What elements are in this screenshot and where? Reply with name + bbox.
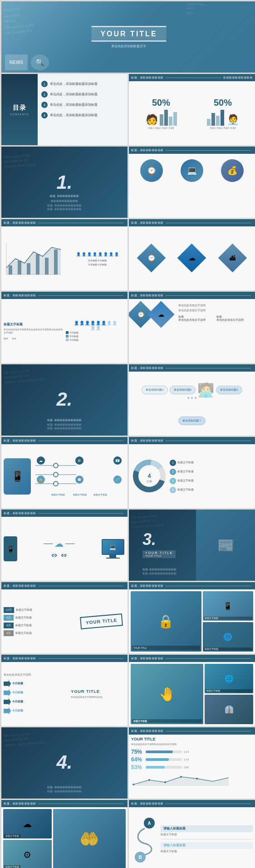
slide-15[interactable]: The mystery killerthat could hit SAAnoth… bbox=[129, 510, 255, 581]
slides-row-9: 标题，标标标标标标标标 12月 标题文字标题 6月 标题文字标题 bbox=[1, 582, 254, 653]
slide-10[interactable]: The mystery killerthat could hit SAAnoth… bbox=[1, 364, 128, 436]
timeline-item-4: 标题文字标题 bbox=[15, 632, 32, 635]
slide-4-desc2: 标标标标标标标标标标 bbox=[19, 199, 110, 203]
month-2: 6月 bbox=[4, 615, 14, 621]
svg-rect-8 bbox=[54, 250, 58, 275]
slide-12-l2: 标题文字标题 bbox=[73, 493, 87, 496]
slide-2-catalog-title: 目录 bbox=[13, 104, 26, 112]
slide-14-header: 标题，标标标标标标标标 bbox=[4, 512, 36, 515]
slide-21-header: 标题，标标标标标标标标 bbox=[131, 730, 164, 733]
slide-19-l1: 标题文字标题 bbox=[132, 719, 202, 723]
slide-18-title: YOUR TITLE bbox=[71, 689, 125, 694]
slide-16[interactable]: 标题，标标标标标标标标 12月 标题文字标题 6月 标题文字标题 bbox=[1, 582, 128, 653]
slide-17-title: YOUR TITLE bbox=[133, 647, 199, 649]
slide-6-header: 标题，标标标标标标标标 bbox=[4, 221, 36, 225]
node-1: 单击添加问题1 bbox=[142, 386, 167, 394]
slide-13-header: 标题，标标标标标标标标 bbox=[131, 439, 164, 442]
slides-container: Third manwas a girlNEWSThe mystery kille… bbox=[0, 0, 255, 868]
slide-18[interactable]: 标题，标标标标标标标标 单击此处添加文字说明 今日标题 今日标题 bbox=[1, 655, 128, 726]
node-4: 单击添加问题？ bbox=[178, 417, 206, 425]
title-b: 请输入标题标题 bbox=[161, 842, 253, 849]
stat-2: 64% bbox=[131, 756, 144, 763]
node-2: 单击添加问题2 bbox=[170, 386, 196, 394]
timeline-item-3: 标题文字标题 bbox=[15, 624, 32, 627]
slide-6[interactable]: 标题，标标标标标标标标 bbox=[1, 219, 128, 290]
slide-23[interactable]: 标题，标标标标标标标标 A B bbox=[129, 800, 255, 868]
slide-4-bullet1: 标题: 标标标标标标标标标标 bbox=[19, 204, 110, 207]
menu-item-1: 单击此处，添加标题标题添加标题 bbox=[50, 82, 98, 86]
menu-item-4: 单击此处，添加标题标题添加标题 bbox=[50, 113, 98, 118]
slide-12-l1: 标题文字标题 bbox=[51, 493, 65, 496]
slides-row-5: 标题，标标标标标标标标 标题文字标题 单击此处添加文字说明单击此处添加文字说明单… bbox=[1, 292, 254, 363]
title-a: 请输入标题标题 bbox=[161, 825, 253, 832]
slide-15-title: YOUR TITLE bbox=[145, 551, 173, 554]
slide-20-b1: 标题: 标标标标标标标标标标 bbox=[19, 786, 110, 789]
slide-7[interactable]: 标题，标标标标标标标标 ⌚ bbox=[129, 219, 255, 290]
svg-rect-26 bbox=[146, 766, 165, 769]
stat-3: 53% bbox=[131, 764, 144, 770]
slide-21[interactable]: 标题，标标标标标标标标 YOUR TITLE 单击此处添加文字说明单击此处添加文… bbox=[129, 727, 255, 799]
slide-12[interactable]: 标题，标标标标标标标标 📱 bbox=[1, 437, 128, 508]
slide-9[interactable]: 标题，标标标标标标标标 ⌚ ☁ bbox=[129, 292, 255, 363]
slides-row-7: 标题，标标标标标标标标 📱 bbox=[1, 437, 254, 508]
svg-point-29 bbox=[148, 779, 150, 781]
slide-14[interactable]: 标题，标标标标标标标标 📱 ☁ bbox=[1, 510, 128, 581]
slides-row-3: The mystery killerthat could hit SAAnoth… bbox=[1, 147, 254, 218]
percent-1: 50% bbox=[152, 98, 170, 108]
svg-rect-24 bbox=[146, 758, 169, 761]
slide-15-subtitle: YOUR TITLE bbox=[145, 554, 173, 557]
svg-marker-27 bbox=[133, 777, 229, 786]
slide-1-title: YOUR TITLE bbox=[100, 29, 157, 38]
slide-8-header: 标题，标标标标标标标标 bbox=[4, 294, 36, 297]
desc-a: 标题文字标题 bbox=[161, 833, 253, 836]
slide-20[interactable]: The mystery killerthat could hit SAAnoth… bbox=[1, 727, 128, 799]
slide-22-l1: 标题文字标题 bbox=[4, 834, 20, 838]
slide-16-header: 标题，标标标标标标标标 bbox=[4, 584, 36, 588]
section-num-3: 3. bbox=[142, 530, 176, 549]
slide-13[interactable]: 标题，标标标标标标标标 4 步骤 bbox=[129, 437, 255, 508]
timeline-item-1: 标题文字标题 bbox=[16, 608, 32, 612]
svg-rect-5 bbox=[27, 263, 30, 275]
slide-5-header: 标题，标标标标标标标标 bbox=[131, 149, 164, 152]
svg-text:A: A bbox=[147, 821, 151, 826]
slide-12-header: 标题，标标标标标标标标 bbox=[4, 439, 36, 442]
slide-21-title: YOUR TITLE bbox=[131, 737, 253, 741]
slide-2-catalog-en: CONTENTS bbox=[10, 113, 29, 116]
slide-2[interactable]: 目录 CONTENTS 1 单击此处，添加标题标题添加标题 2 单击此处，添加标… bbox=[1, 74, 128, 145]
slide-1-subtitle: 单击此处添加副标题文字 bbox=[91, 44, 166, 48]
slides-row-6: The mystery killerthat could hit SAAnoth… bbox=[1, 364, 254, 436]
slide-19[interactable]: 标题，标标标标标标标标 🤚 标题文字标题 🌐 bbox=[129, 655, 255, 726]
svg-point-30 bbox=[164, 781, 166, 783]
slide-1[interactable]: Third manwas a girlNEWSThe mystery kille… bbox=[1, 1, 255, 73]
slide-10-desc: 标题: 标标标标标标标标标标 bbox=[19, 418, 110, 422]
slide-10-b2: 标题: 标标标标标标标标标标 bbox=[19, 427, 110, 430]
slide-8[interactable]: 标题，标标标标标标标标 标题文字标题 单击此处添加文字说明单击此处添加文字说明单… bbox=[1, 292, 128, 363]
slide-3[interactable]: 标题，标标标标标标标标 标标标标标标标标标标 50% 🧑 bbox=[129, 74, 255, 145]
slides-row-1: Third manwas a girlNEWSThe mystery kille… bbox=[1, 1, 254, 73]
svg-point-28 bbox=[132, 784, 134, 785]
slide-22-header: 标题，标标标标标标标标 bbox=[4, 802, 36, 805]
slide-22[interactable]: 标题，标标标标标标标标 ☁ 标题文字标题 ⚙ 标题文字标题 bbox=[1, 800, 128, 868]
menu-item-2: 单击此处，添加标题标题添加标题 bbox=[50, 93, 98, 97]
slide-18-header: 标题，标标标标标标标标 bbox=[4, 657, 36, 660]
slide-17[interactable]: 标题，标标标标标标标标 🔒 YOUR TITLE 📱 bbox=[129, 582, 255, 653]
slides-row-12: 标题，标标标标标标标标 ☁ 标题文字标题 ⚙ 标题文字标题 bbox=[1, 800, 254, 868]
svg-marker-2 bbox=[6, 247, 61, 275]
section-num-1: 1. bbox=[56, 172, 72, 193]
slide-16-title: YOUR TITLE bbox=[85, 618, 117, 625]
slide-11[interactable]: 标题，标标标标标标标标 单击添加问题1 单击添加问题2 🧑‍💻 单击添加问题3 … bbox=[129, 364, 255, 436]
slide-9-header: 标题，标标标标标标标标 bbox=[131, 294, 164, 297]
slide-19-l2: 标题文字标题 bbox=[206, 689, 252, 692]
slide-3-subheader: 标标标标标标标标标标 bbox=[223, 76, 253, 79]
section-num-2: 2. bbox=[56, 388, 72, 410]
svg-text:步骤: 步骤 bbox=[147, 480, 152, 483]
slide-4[interactable]: The mystery killerthat could hit SAAnoth… bbox=[1, 147, 128, 218]
slides-row-8: 标题，标标标标标标标标 📱 ☁ bbox=[1, 510, 254, 581]
slide-17-l2: 标题文字标题 bbox=[205, 648, 251, 650]
slide-18-body: 单击此处添加文字说明单击此处 bbox=[71, 696, 125, 699]
slide-5[interactable]: 标题，标标标标标标标标 ⌚ 💻 bbox=[129, 147, 255, 218]
section-num-4: 4. bbox=[56, 751, 72, 773]
slide-22-l2: 标题文字标题 bbox=[4, 865, 20, 868]
slides-row-2: 目录 CONTENTS 1 单击此处，添加标题标题添加标题 2 单击此处，添加标… bbox=[1, 74, 254, 145]
timeline-item-2: 标题文字标题 bbox=[15, 616, 32, 619]
